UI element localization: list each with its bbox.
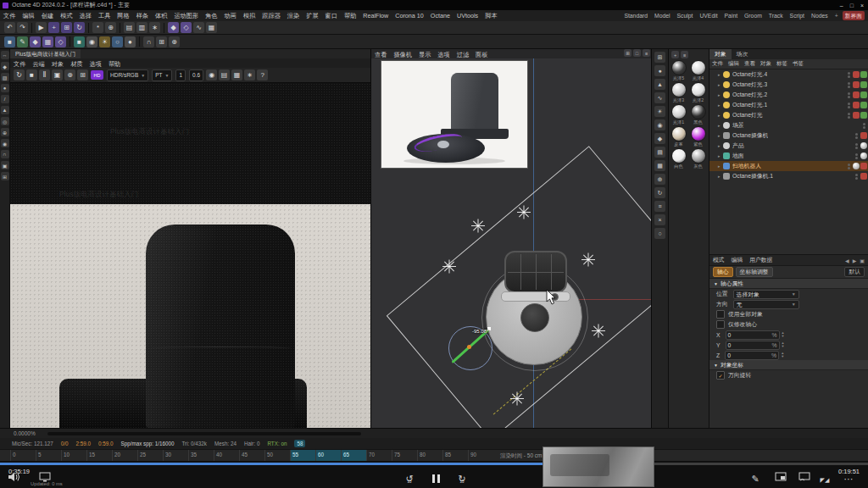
viewport-menu-item[interactable]: 显示 bbox=[415, 49, 434, 58]
add-cube-icon[interactable]: ■ bbox=[4, 36, 15, 47]
menubar-item[interactable]: Octane bbox=[427, 10, 453, 21]
object-row[interactable]: ▸Octane灯光.4 bbox=[709, 69, 868, 80]
stepper-arrows[interactable]: ▲▼ bbox=[781, 352, 784, 358]
material-tag-icon[interactable] bbox=[860, 152, 867, 159]
minimize-button[interactable]: – bbox=[840, 3, 843, 8]
palette-layers-icon[interactable]: ▦ bbox=[654, 160, 665, 171]
attribute-header-menu[interactable]: 编辑 bbox=[728, 256, 747, 264]
object-row[interactable]: ▸Octane摄像机 bbox=[709, 130, 868, 141]
menubar-item[interactable]: 角色 bbox=[202, 10, 220, 21]
menubar-item[interactable]: UVtools bbox=[453, 10, 481, 21]
visibility-dot[interactable] bbox=[855, 143, 858, 146]
object-row[interactable]: ▸Octane灯光.3 bbox=[709, 80, 868, 90]
close-button[interactable]: × bbox=[860, 3, 864, 8]
object-manager-menu-item[interactable]: 标签 bbox=[774, 60, 790, 68]
layout-tab-script[interactable]: Script bbox=[787, 11, 807, 21]
edit-icon[interactable]: ✎ bbox=[748, 472, 763, 485]
green-tag-icon[interactable] bbox=[860, 112, 867, 119]
material-thumbnail[interactable]: 紫色 bbox=[688, 126, 708, 147]
green-tag-icon[interactable] bbox=[860, 102, 867, 108]
undo-icon[interactable]: ↶ bbox=[4, 22, 15, 33]
timeline-frame-35[interactable]: 35 bbox=[188, 450, 214, 462]
kernel-dropdown[interactable]: PT ▼ bbox=[152, 69, 172, 81]
content-browser-icon[interactable]: ▦ bbox=[206, 22, 217, 33]
visibility-dots[interactable] bbox=[855, 133, 858, 139]
menubar-item[interactable]: 模拟 bbox=[240, 10, 259, 21]
camera-icon[interactable]: ◉ bbox=[86, 36, 97, 47]
object-row[interactable]: ▸扫地机器人 bbox=[709, 161, 868, 171]
menubar-item[interactable]: Corona 10 bbox=[392, 10, 427, 21]
live-selection-icon[interactable]: ▶ bbox=[36, 22, 47, 33]
viewport-grid-icon[interactable]: ⊞ bbox=[624, 49, 632, 57]
back-icon[interactable]: ◀ bbox=[845, 258, 849, 263]
checkbox[interactable]: ✓ bbox=[716, 371, 725, 380]
layout-tab-sculpt[interactable]: Sculpt bbox=[675, 11, 696, 21]
stop-render-icon[interactable]: ■ bbox=[26, 69, 37, 80]
octane-tag-icon[interactable] bbox=[853, 71, 860, 78]
pause-button[interactable] bbox=[428, 472, 443, 485]
magic-bullet-icon[interactable]: ◆ bbox=[168, 22, 179, 33]
stepper-down-icon[interactable]: ▼ bbox=[782, 335, 785, 338]
live-viewer-menu-item[interactable]: 帮助 bbox=[105, 58, 124, 68]
viewport-menu-item[interactable]: 选项 bbox=[434, 49, 453, 58]
visibility-dots[interactable] bbox=[855, 153, 858, 159]
floor-icon[interactable]: ■ bbox=[74, 36, 85, 47]
attribute-section-header[interactable]: ▼ 对象坐标 bbox=[709, 360, 868, 370]
visibility-dots[interactable] bbox=[848, 164, 850, 169]
visibility-dots[interactable] bbox=[848, 113, 850, 119]
visibility-dot[interactable] bbox=[855, 147, 858, 149]
menubar-item[interactable]: 脚本 bbox=[481, 10, 500, 21]
hd-badge[interactable]: HD bbox=[91, 70, 103, 80]
menubar-item[interactable]: 帮助 bbox=[341, 10, 359, 21]
viewport-menu-item[interactable]: 摄像机 bbox=[390, 49, 415, 58]
visibility-dot[interactable] bbox=[855, 133, 858, 136]
rewind-15-icon[interactable]: ↺15 bbox=[402, 472, 417, 485]
render-settings-icon[interactable]: ∗ bbox=[149, 22, 160, 33]
object-manager-tab-0[interactable]: 对象 bbox=[709, 49, 732, 59]
octane-tag-icon[interactable] bbox=[860, 132, 867, 139]
visibility-dot[interactable] bbox=[848, 106, 850, 108]
menubar-item[interactable]: 编辑 bbox=[19, 10, 37, 21]
x-percent-field[interactable]: 0% bbox=[726, 330, 780, 340]
octane-tag-icon[interactable] bbox=[853, 81, 860, 88]
material-tag-icon[interactable] bbox=[853, 163, 860, 169]
octane-tag-icon[interactable] bbox=[853, 92, 860, 98]
timeline-frame-55[interactable]: 55 bbox=[290, 450, 315, 462]
octane-tag-icon[interactable] bbox=[860, 163, 867, 169]
fullscreen-icon[interactable]: ◤◢ bbox=[817, 472, 832, 485]
timeline-frame-0[interactable]: 0 bbox=[10, 450, 36, 462]
attribute-dropdown[interactable]: 无▼ bbox=[733, 300, 799, 309]
visibility-dot[interactable] bbox=[848, 116, 850, 119]
help-icon[interactable]: ? bbox=[257, 69, 268, 80]
timeline-frame-25[interactable]: 25 bbox=[137, 450, 163, 462]
palette-material-icon[interactable]: ◆ bbox=[654, 133, 665, 144]
visibility-dots[interactable] bbox=[863, 123, 865, 129]
visibility-dot[interactable] bbox=[855, 136, 858, 139]
timeline-frame-15[interactable]: 15 bbox=[86, 450, 112, 462]
menubar-item[interactable]: 跟踪器 bbox=[259, 10, 284, 21]
material-thumbnail[interactable]: 光泽5 bbox=[669, 60, 688, 80]
octane-tag-icon[interactable] bbox=[853, 112, 860, 119]
layout-tab-track[interactable]: Track bbox=[766, 11, 786, 21]
material-thumbnail[interactable]: 光泽2 bbox=[688, 82, 708, 103]
volume-builder-icon[interactable]: ◇ bbox=[181, 22, 192, 33]
material-thumbnail[interactable]: 黑色 bbox=[688, 104, 708, 125]
timeline-frame-5[interactable]: 5 bbox=[36, 450, 61, 462]
palette-list-icon[interactable]: ≡ bbox=[654, 201, 665, 212]
live-viewer-menu-item[interactable]: 文件 bbox=[10, 58, 29, 68]
visibility-dot[interactable] bbox=[855, 153, 858, 156]
viewport-maximize-icon[interactable]: □ bbox=[633, 49, 641, 57]
display-mode-dropdown[interactable]: HDR/sRGB ▼ bbox=[107, 69, 148, 81]
layout-tab-nodes[interactable]: Nodes bbox=[809, 11, 831, 21]
pause-render-icon[interactable]: Ⅱ bbox=[39, 69, 50, 80]
snap-icon[interactable]: ∩ bbox=[143, 36, 154, 47]
palette-axis-icon[interactable]: ⊕ bbox=[654, 174, 665, 185]
rotate-tool-icon[interactable]: ↻ bbox=[74, 22, 85, 33]
grid-icon[interactable]: ⊞ bbox=[1, 172, 9, 180]
object-row[interactable]: ▸地面 bbox=[709, 151, 868, 161]
visibility-dot[interactable] bbox=[848, 82, 850, 85]
render-passes-icon[interactable]: ▦ bbox=[231, 69, 242, 80]
visibility-dots[interactable] bbox=[848, 92, 850, 98]
perspective-viewport[interactable]: -95.08° ⊞ □ ≡ 查看摄像机显示选项过滤面板 bbox=[370, 49, 652, 428]
visibility-dots[interactable] bbox=[848, 103, 850, 108]
